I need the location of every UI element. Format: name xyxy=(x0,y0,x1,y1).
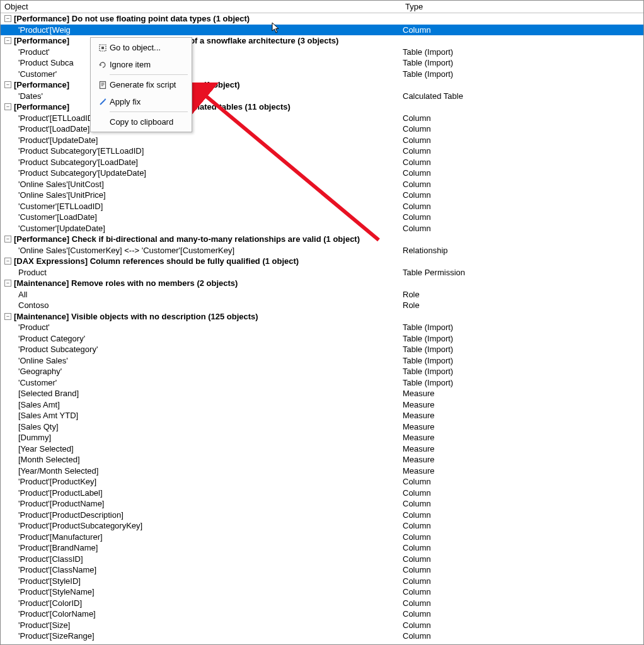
item-row[interactable]: 'Product Category'Table (Import) xyxy=(1,333,643,345)
item-object: 'Online Sales'[UnitCost] xyxy=(18,179,104,190)
collapse-icon[interactable]: − xyxy=(4,81,11,88)
item-row[interactable]: 'Online Sales'[UnitCost]Column xyxy=(1,179,643,190)
item-object: 'Customer' xyxy=(18,69,57,80)
item-object: 'Product'[ProductName] xyxy=(18,498,104,510)
item-row[interactable]: 'Product Subcategory'[UpdateDate]Column xyxy=(1,168,643,179)
redo-icon xyxy=(96,60,110,69)
item-object: 'Product' xyxy=(18,322,50,333)
item-object: 'Product'[ProductKey] xyxy=(18,476,96,488)
item-type: Calculated Table xyxy=(403,91,463,101)
item-object: 'Product Subcategory'[UpdateDate] xyxy=(18,168,146,179)
item-type: Table (Import) xyxy=(403,378,453,387)
item-object: [Sales Qty] xyxy=(18,421,59,433)
header-object[interactable]: Object xyxy=(1,1,401,13)
context-menu: Go to object... Ignore item Generate fix… xyxy=(90,37,192,132)
item-row[interactable]: 'Customer'[ETLLoadID]Column xyxy=(1,201,643,212)
item-row[interactable]: 'Product Subcategory'Table (Import) xyxy=(1,344,643,355)
group-row[interactable]: −[Maintenance] Remove roles with no memb… xyxy=(1,278,643,289)
menu-go-to-object[interactable]: Go to object... xyxy=(92,39,190,56)
item-object: 'Product'[ProductDescription] xyxy=(18,510,124,521)
header-type[interactable]: Type xyxy=(401,1,643,13)
item-type: Role xyxy=(403,300,420,310)
item-row[interactable]: 'Online Sales'[CustomerKey] <--> 'Custom… xyxy=(1,245,643,256)
collapse-icon[interactable]: − xyxy=(4,103,11,110)
item-row[interactable]: 'Customer'[UpdateDate]Column xyxy=(1,223,643,234)
item-type: Column xyxy=(403,521,431,530)
group-label: [Performance] Do not use floating point … xyxy=(14,13,250,25)
item-row[interactable]: [Month Selected]Measure xyxy=(1,454,643,465)
item-row[interactable]: ContosoRole xyxy=(1,300,643,311)
item-object: 'Dates' xyxy=(18,91,43,102)
item-row[interactable]: [Year Selected]Measure xyxy=(1,443,643,455)
item-row[interactable]: 'Product'[StyleName]Column xyxy=(1,586,643,598)
svg-line-6 xyxy=(100,100,105,105)
item-row[interactable]: 'Product'[ColorID]Column xyxy=(1,598,643,609)
menu-copy[interactable]: Copy to clipboard xyxy=(92,113,190,130)
item-type: Measure xyxy=(403,411,435,420)
item-row[interactable]: 'Online Sales'[UnitPrice]Column xyxy=(1,190,643,201)
item-type: Column xyxy=(403,168,431,178)
item-type: Column xyxy=(403,587,431,596)
item-object: 'Product'[StyleName] xyxy=(18,586,95,598)
item-row[interactable]: [Year/Month Selected]Measure xyxy=(1,465,643,477)
item-row[interactable]: [Selected Brand]Measure xyxy=(1,388,643,399)
group-row[interactable]: −[Performance] Check if bi-directional a… xyxy=(1,234,643,245)
item-type: Column xyxy=(403,543,431,552)
item-row[interactable]: 'Product'[Size]Column xyxy=(1,620,643,631)
item-row[interactable]: 'Product'[ProductName]Column xyxy=(1,498,643,510)
item-object: 'Product'[ETLLoadID] xyxy=(18,113,96,124)
collapse-icon[interactable]: − xyxy=(4,258,11,265)
item-row[interactable]: 'Product'[ProductLabel]Column xyxy=(1,488,643,499)
item-row[interactable]: 'Product'[ClassName]Column xyxy=(1,564,643,576)
script-icon xyxy=(96,81,110,89)
group-row[interactable]: −[Maintenance] Visible objects with no d… xyxy=(1,311,643,322)
item-row[interactable]: ProductTable Permission xyxy=(1,267,643,278)
collapse-icon[interactable]: − xyxy=(4,236,11,243)
item-row[interactable]: 'Customer'Table (Import) xyxy=(1,377,643,389)
item-row[interactable]: 'Product'[ClassID]Column xyxy=(1,554,643,565)
group-row[interactable]: −[DAX Expressions] Column references sho… xyxy=(1,256,643,267)
item-type: Role xyxy=(403,290,420,299)
item-row[interactable]: 'Product'[StyleID]Column xyxy=(1,576,643,587)
item-row[interactable]: 'Product'[Manufacturer]Column xyxy=(1,532,643,543)
item-row[interactable]: AllRole xyxy=(1,289,643,300)
group-label: [Performance] xyxy=(14,79,69,91)
item-row[interactable]: 'Product'[UpdateDate]Column xyxy=(1,135,643,146)
item-type: Table (Import) xyxy=(403,356,453,365)
item-row[interactable]: 'Product'[BrandName]Column xyxy=(1,542,643,554)
item-row[interactable]: [Dummy]Measure xyxy=(1,432,643,443)
item-object: 'Product'[ProductSubcategoryKey] xyxy=(18,520,142,532)
item-row[interactable]: 'Product'[SizeRange]Column xyxy=(1,631,643,642)
item-row[interactable]: 'Geography'Table (Import) xyxy=(1,366,643,377)
menu-apply-fix[interactable]: Apply fix xyxy=(92,93,190,110)
group-row[interactable]: −[Performance] Do not use floating point… xyxy=(1,13,643,25)
item-row[interactable]: 'Product'[ColorName]Column xyxy=(1,608,643,620)
menu-generate-fix[interactable]: Generate fix script xyxy=(92,76,190,93)
menu-label: Ignore item xyxy=(110,60,151,69)
item-row[interactable]: [Sales Amt YTD]Measure xyxy=(1,410,643,421)
wand-icon xyxy=(96,98,110,106)
item-row[interactable]: [Sales Qty]Measure xyxy=(1,421,643,433)
item-type: Column xyxy=(403,532,431,542)
collapse-icon[interactable]: − xyxy=(4,15,11,22)
item-row[interactable]: 'Product'[WeigColumn xyxy=(1,25,643,36)
menu-ignore-item[interactable]: Ignore item xyxy=(92,56,190,73)
item-row[interactable]: [Sales Amt]Measure xyxy=(1,399,643,411)
menu-label: Copy to clipboard xyxy=(110,117,173,127)
collapse-icon[interactable]: − xyxy=(4,280,11,287)
item-row[interactable]: 'Product'[ProductDescription]Column xyxy=(1,510,643,521)
group-label: [Maintenance] Visible objects with no de… xyxy=(14,311,258,322)
item-row[interactable]: 'Product'[ProductSubcategoryKey]Column xyxy=(1,520,643,532)
item-row[interactable]: 'Product Subcategory'[LoadDate]Column xyxy=(1,157,643,168)
collapse-icon[interactable]: − xyxy=(4,313,11,320)
collapse-icon[interactable]: − xyxy=(4,37,11,44)
item-row[interactable]: 'Customer'[LoadDate]Column xyxy=(1,212,643,223)
group-label-suffix: les (1 object) xyxy=(190,79,239,91)
item-type: Measure xyxy=(403,466,435,476)
item-object: 'Product'[ColorID] xyxy=(18,598,82,609)
item-row[interactable]: 'Online Sales'Table (Import) xyxy=(1,355,643,367)
item-row[interactable]: 'Product Subcategory'[ETLLoadID]Column xyxy=(1,146,643,157)
item-row[interactable]: 'Product'Table (Import) xyxy=(1,322,643,333)
item-row[interactable]: 'Product'[ProductKey]Column xyxy=(1,476,643,488)
item-object: Product xyxy=(18,267,47,278)
